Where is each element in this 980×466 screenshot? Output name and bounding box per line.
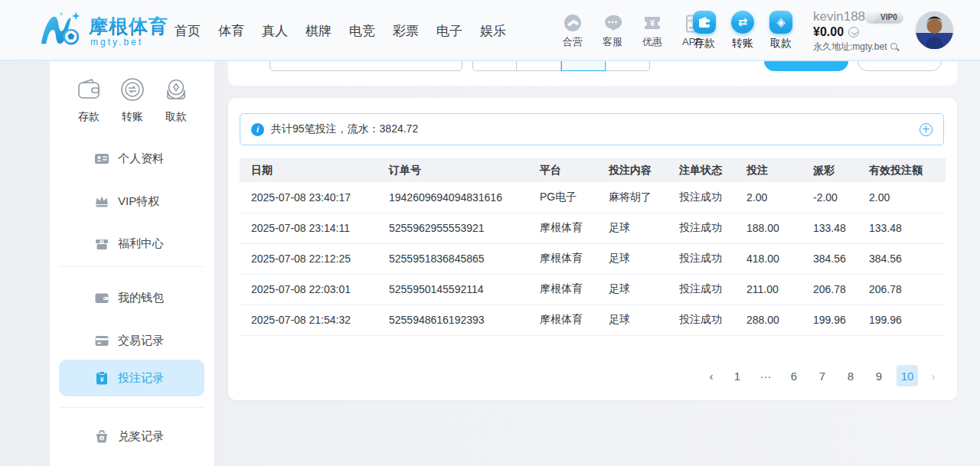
sidebar-item-wallet[interactable]: 我的钱包 bbox=[59, 285, 204, 311]
summary-text: 共计95笔投注，流水：3824.72 bbox=[271, 122, 418, 136]
segment-button-selected[interactable] bbox=[561, 61, 606, 71]
withdraw-button[interactable]: ◈ 取款 bbox=[769, 11, 792, 51]
page-button-7[interactable]: 7 bbox=[812, 365, 833, 386]
partner-button[interactable]: 合营 bbox=[557, 13, 588, 49]
nav-item-slots[interactable]: 电子 bbox=[436, 22, 462, 40]
page-ellipsis[interactable]: ··· bbox=[755, 365, 776, 386]
col-header-date: 日期 bbox=[240, 158, 389, 182]
cell-valid: 199.96 bbox=[869, 305, 946, 335]
brand-logo-icon bbox=[40, 9, 84, 54]
cell-payout: 199.96 bbox=[813, 305, 869, 335]
svg-text:¥: ¥ bbox=[650, 18, 655, 28]
reset-button[interactable] bbox=[858, 61, 942, 71]
cell-platform: 摩根体育 bbox=[540, 243, 609, 274]
cell-order: 5255950145592114 bbox=[389, 274, 540, 305]
wallet-icon bbox=[93, 289, 110, 306]
page-button-9[interactable]: 9 bbox=[868, 365, 890, 386]
sidebar-item-prize-records[interactable]: 兑 兑奖记录 bbox=[59, 423, 204, 449]
cell-status: 投注成功 bbox=[679, 182, 746, 213]
brand-name: 摩根体育 bbox=[89, 15, 168, 37]
cell-bet: 2.00 bbox=[746, 182, 813, 213]
col-header-content: 投注内容 bbox=[609, 158, 679, 182]
cell-date: 2025-07-08 22:12:25 bbox=[240, 243, 389, 274]
sidebar-divider bbox=[59, 407, 204, 408]
wallet-quick-actions: 存款 ⇄ 转账 ◈ 取款 bbox=[693, 0, 792, 61]
filter-bar bbox=[228, 61, 957, 86]
user-avatar[interactable] bbox=[916, 11, 953, 49]
segment-button[interactable] bbox=[606, 61, 650, 71]
nav-item-live[interactable]: 真人 bbox=[262, 22, 288, 40]
page-button-10-active[interactable]: 10 bbox=[897, 365, 918, 386]
prize-basket-icon: 兑 bbox=[93, 428, 110, 445]
nav-item-sports[interactable]: 体育 bbox=[218, 22, 244, 40]
next-page-icon[interactable]: › bbox=[925, 370, 942, 383]
cell-valid: 206.78 bbox=[869, 274, 946, 305]
nav-item-cards[interactable]: 棋牌 bbox=[305, 22, 332, 40]
date-shortcut-segments bbox=[472, 61, 650, 71]
cell-order: 5255951836845865 bbox=[389, 243, 540, 274]
sidebar-item-welfare[interactable]: 福利中心 bbox=[59, 230, 204, 256]
table-row: 2025-07-08 22:12:25 5255951836845865 摩根体… bbox=[240, 243, 946, 274]
balance-amount: ¥0.00 bbox=[813, 25, 844, 39]
search-submit-button[interactable] bbox=[764, 61, 848, 71]
cell-date: 2025-07-08 23:14:11 bbox=[240, 213, 389, 243]
cell-date: 2025-07-08 22:03:01 bbox=[240, 274, 389, 305]
cell-status: 投注成功 bbox=[679, 274, 746, 305]
sidebar-item-bet-records[interactable]: ¥ 投注记录 bbox=[59, 360, 204, 396]
cell-content: 足球 bbox=[609, 243, 679, 274]
user-info: kevin188 VIP0 ¥0.00 永久地址:mgty.bet bbox=[813, 9, 913, 54]
page-button-6[interactable]: 6 bbox=[783, 365, 805, 386]
sidebar-transfer-button[interactable]: 转账 bbox=[113, 72, 152, 124]
prev-page-icon[interactable]: ‹ bbox=[703, 370, 720, 383]
main-nav: 首页 体育 真人 棋牌 电竞 彩票 电子 娱乐 bbox=[175, 0, 506, 61]
withdraw-diamond-icon: ◈ bbox=[769, 11, 792, 34]
customer-service-button[interactable]: 客服 bbox=[597, 13, 628, 49]
cell-bet: 288.00 bbox=[746, 305, 813, 335]
balance-toggle-icon[interactable] bbox=[848, 27, 859, 37]
gift-box-icon bbox=[93, 235, 110, 252]
nav-item-entertainment[interactable]: 娱乐 bbox=[480, 22, 506, 40]
col-header-payout: 派彩 bbox=[813, 158, 869, 182]
nav-item-home[interactable]: 首页 bbox=[175, 22, 201, 40]
segment-button[interactable] bbox=[472, 61, 517, 71]
cell-status: 投注成功 bbox=[679, 243, 746, 274]
search-icon[interactable] bbox=[890, 42, 900, 52]
cell-order: 5255962955553921 bbox=[389, 213, 540, 243]
cell-content: 足球 bbox=[609, 305, 679, 335]
sidebar-item-transactions[interactable]: 交易记录 bbox=[59, 328, 204, 354]
nav-item-esports[interactable]: 电竞 bbox=[349, 22, 375, 40]
segment-button[interactable] bbox=[517, 61, 561, 71]
table-row: 2025-07-08 22:03:01 5255950145592114 摩根体… bbox=[240, 274, 946, 305]
id-card-icon bbox=[93, 150, 110, 167]
svg-text:¥: ¥ bbox=[100, 376, 104, 383]
bet-records-table: 日期 订单号 平台 投注内容 注单状态 投注 派彩 有效投注额 2025-07-… bbox=[240, 158, 946, 336]
deposit-button[interactable]: 存款 bbox=[693, 11, 716, 51]
sidebar-item-vip[interactable]: VIP特权 bbox=[59, 188, 204, 214]
cell-date: 2025-07-08 21:54:32 bbox=[240, 305, 389, 335]
transfer-circle-icon bbox=[119, 72, 145, 107]
col-header-bet: 投注 bbox=[746, 158, 813, 182]
cell-payout: -2.00 bbox=[813, 182, 869, 213]
sidebar-deposit-button[interactable]: 存款 bbox=[70, 72, 108, 124]
cell-order: 5255948616192393 bbox=[389, 305, 540, 335]
table-row: 2025-07-08 23:14:11 5255962955553921 摩根体… bbox=[240, 213, 946, 243]
sidebar-withdraw-button[interactable]: 取款 bbox=[157, 72, 195, 124]
username[interactable]: kevin188 bbox=[813, 9, 865, 24]
table-row: 2025-07-08 23:40:17 1942609694094831616 … bbox=[240, 182, 946, 213]
date-range-input[interactable] bbox=[270, 61, 462, 71]
col-header-order: 订单号 bbox=[389, 158, 540, 182]
sidebar-item-profile[interactable]: 个人资料 bbox=[59, 145, 204, 171]
page-button-1[interactable]: 1 bbox=[727, 365, 748, 386]
cell-date: 2025-07-08 23:40:17 bbox=[240, 182, 389, 213]
promotions-button[interactable]: ¥ 优惠 bbox=[637, 13, 668, 49]
deposit-wallet-icon bbox=[693, 11, 716, 34]
page-button-8[interactable]: 8 bbox=[840, 365, 861, 386]
nav-item-lottery[interactable]: 彩票 bbox=[393, 22, 419, 40]
cell-bet: 211.00 bbox=[746, 274, 813, 305]
cell-valid: 384.56 bbox=[869, 243, 946, 274]
transfer-button[interactable]: ⇄ 转账 bbox=[731, 11, 754, 51]
handshake-icon bbox=[563, 13, 583, 33]
brand-logo[interactable]: 摩根体育 mgty.bet bbox=[40, 9, 168, 54]
brand-domain: mgty.bet bbox=[89, 37, 168, 47]
plus-circle-icon[interactable] bbox=[920, 123, 933, 136]
